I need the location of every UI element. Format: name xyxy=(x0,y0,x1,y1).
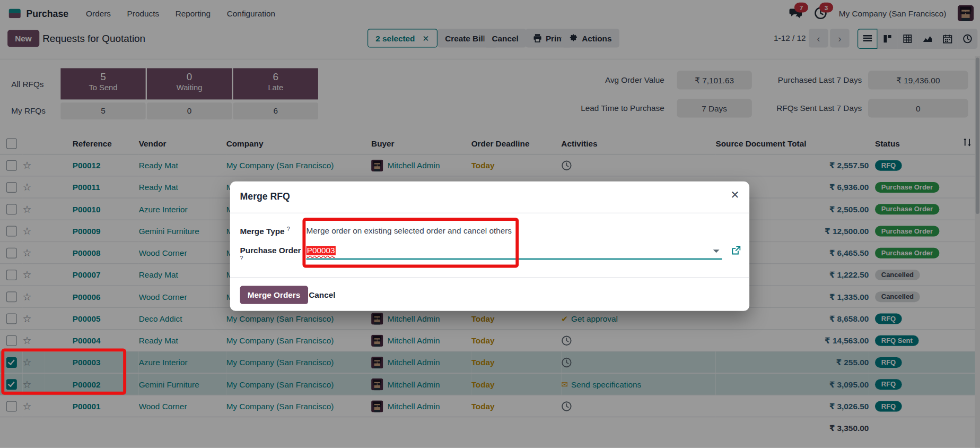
external-link-icon[interactable] xyxy=(731,246,741,257)
purchase-order-value[interactable]: P00003 xyxy=(306,246,335,255)
dialog-title: Merge RFQ xyxy=(240,191,290,201)
dialog-cancel-button[interactable]: Cancel xyxy=(306,286,338,304)
dialog-footer: Merge Orders Cancel xyxy=(230,277,749,312)
merge-rfq-dialog: Merge RFQ ✕ Merge Type ? Merge order on … xyxy=(230,182,749,311)
dialog-header: Merge RFQ ✕ xyxy=(230,182,749,213)
help-icon: ? xyxy=(240,255,243,262)
help-icon: ? xyxy=(287,226,290,232)
dialog-body: Merge Type ? Merge order on existing sel… xyxy=(230,213,749,277)
merge-type-select[interactable]: Merge order on existing selected order a… xyxy=(306,226,512,235)
merge-type-label: Merge Type ? xyxy=(240,226,307,236)
close-icon[interactable]: ✕ xyxy=(730,189,739,200)
app-window: Purchase Orders Products Reporting Confi… xyxy=(0,0,980,448)
merge-orders-button[interactable]: Merge Orders xyxy=(240,286,308,304)
purchase-order-label: Purchase Order ? xyxy=(240,246,307,265)
purchase-order-input[interactable]: P00003 xyxy=(306,246,722,260)
dropdown-caret-icon[interactable] xyxy=(713,249,720,253)
